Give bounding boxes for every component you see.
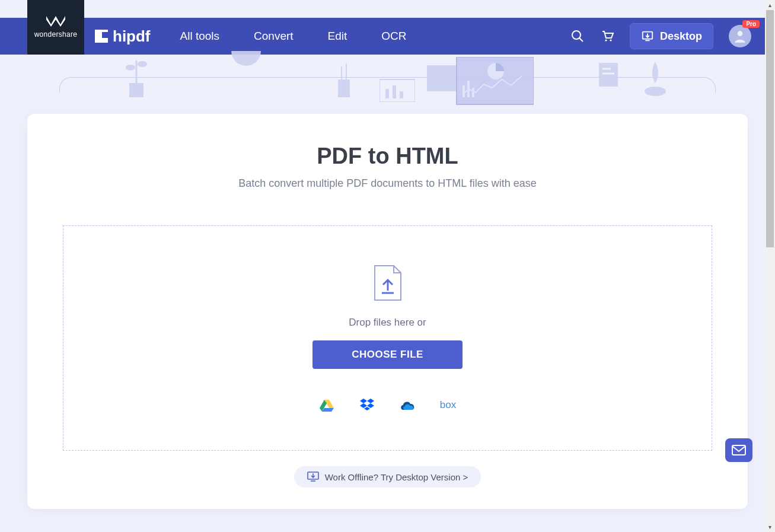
bar-icon bbox=[379, 75, 415, 102]
pro-badge: Pro bbox=[742, 20, 760, 28]
drop-text: Drop files here or bbox=[349, 317, 426, 329]
scroll-down-arrow[interactable]: ▾ bbox=[765, 522, 775, 532]
nav-ocr[interactable]: OCR bbox=[381, 30, 406, 43]
feedback-button[interactable] bbox=[725, 438, 752, 462]
page-title: PDF to HTML bbox=[63, 144, 712, 169]
scroll-up-arrow[interactable]: ▴ bbox=[765, 0, 775, 10]
avatar-button[interactable]: Pro bbox=[729, 25, 751, 47]
desktop-button[interactable]: Desktop bbox=[630, 23, 713, 49]
svg-rect-7 bbox=[129, 83, 143, 97]
svg-rect-31 bbox=[732, 445, 745, 455]
cloud-providers: box bbox=[319, 399, 456, 412]
svg-point-2 bbox=[605, 39, 607, 41]
offline-text: Work Offline? Try Desktop Version > bbox=[325, 472, 468, 482]
nav-convert[interactable]: Convert bbox=[254, 30, 294, 43]
dropbox-icon[interactable] bbox=[359, 399, 375, 412]
nav-all-tools[interactable]: All tools bbox=[180, 30, 220, 43]
brand-text: wondershare bbox=[34, 30, 78, 39]
upload-file-icon bbox=[372, 265, 403, 301]
svg-rect-23 bbox=[472, 88, 474, 97]
choose-file-button[interactable]: CHOOSE FILE bbox=[312, 340, 463, 369]
drop-zone[interactable]: Drop files here or CHOOSE FILE box bbox=[63, 225, 712, 451]
cart-icon[interactable] bbox=[600, 29, 614, 43]
onedrive-icon[interactable] bbox=[400, 399, 415, 412]
nav-edit[interactable]: Edit bbox=[328, 30, 347, 43]
offline-link[interactable]: Work Offline? Try Desktop Version > bbox=[294, 466, 481, 488]
nav-links: All tools Convert Edit OCR bbox=[180, 30, 407, 43]
box-icon[interactable]: box bbox=[440, 399, 456, 411]
doc-icon bbox=[599, 63, 618, 87]
nav-bar: wondershare hipdf All tools Convert Edit… bbox=[0, 18, 775, 55]
hipdf-icon bbox=[95, 30, 108, 43]
svg-point-3 bbox=[610, 39, 611, 41]
google-drive-icon[interactable] bbox=[319, 399, 334, 412]
lamp-icon bbox=[225, 51, 267, 72]
svg-point-6 bbox=[738, 31, 743, 36]
svg-rect-22 bbox=[467, 81, 470, 97]
svg-rect-11 bbox=[338, 79, 350, 97]
desktop-label: Desktop bbox=[660, 30, 702, 43]
mail-icon bbox=[732, 445, 746, 455]
svg-line-1 bbox=[579, 38, 583, 42]
download-icon bbox=[641, 30, 654, 43]
hipdf-logo[interactable]: hipdf bbox=[95, 27, 151, 46]
hero-background bbox=[0, 55, 775, 114]
scrollbar-thumb[interactable] bbox=[766, 10, 774, 247]
main-card: PDF to HTML Batch convert multiple PDF d… bbox=[27, 114, 748, 509]
svg-rect-15 bbox=[385, 89, 389, 98]
hipdf-text: hipdf bbox=[113, 27, 151, 46]
svg-point-27 bbox=[645, 87, 666, 96]
svg-rect-24 bbox=[599, 63, 618, 87]
svg-point-0 bbox=[572, 31, 581, 39]
wondershare-brand[interactable]: wondershare bbox=[27, 0, 84, 55]
plant-icon bbox=[119, 56, 154, 97]
svg-rect-16 bbox=[393, 85, 396, 98]
quill-icon bbox=[640, 62, 670, 97]
svg-point-10 bbox=[138, 61, 147, 67]
monitor-download-icon bbox=[307, 472, 319, 482]
pencup-icon bbox=[332, 64, 356, 97]
svg-point-9 bbox=[126, 65, 135, 71]
dashboard-icon bbox=[427, 57, 534, 108]
svg-rect-17 bbox=[400, 91, 403, 98]
svg-rect-14 bbox=[379, 79, 415, 102]
scrollbar[interactable]: ▴ ▾ bbox=[765, 0, 775, 532]
svg-rect-21 bbox=[463, 85, 465, 97]
avatar-icon bbox=[729, 25, 751, 47]
page-subtitle: Batch convert multiple PDF documents to … bbox=[63, 177, 712, 190]
search-icon[interactable] bbox=[570, 29, 585, 43]
wondershare-icon bbox=[46, 16, 65, 27]
